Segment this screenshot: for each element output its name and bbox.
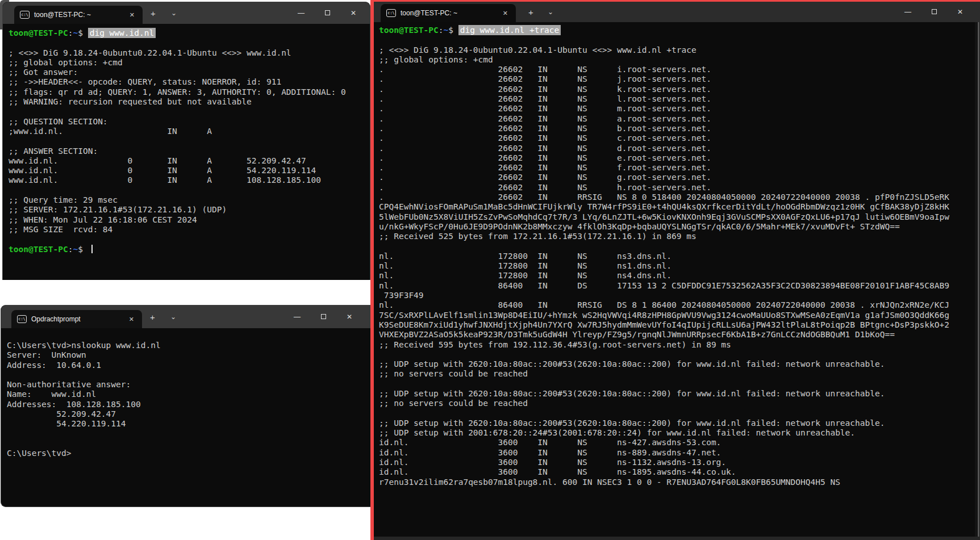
prompt-cwd: ~ <box>73 28 78 37</box>
prompt-user-host: toon@TEST-PC <box>379 26 439 35</box>
prompt-colon: : <box>439 26 444 35</box>
minimize-button[interactable]: — <box>284 313 310 321</box>
text-cursor <box>91 245 93 253</box>
cmd-icon: c:\ <box>17 315 27 323</box>
tab-dropdown-icon[interactable]: ⌄ <box>170 313 176 321</box>
tab-wsl-trace[interactable]: c:\ toon@TEST-PC: ~ ✕ <box>381 4 516 22</box>
minimize-button[interactable]: — <box>288 9 314 17</box>
prompt-user-host: toon@TEST-PC <box>9 245 68 254</box>
close-button[interactable]: ✕ <box>336 313 362 321</box>
scrollbar-thumb[interactable] <box>978 22 979 537</box>
tab-close-icon[interactable]: ✕ <box>501 10 510 17</box>
prompt-cwd: ~ <box>73 245 78 254</box>
maximize-icon <box>321 314 326 319</box>
nslookup-output-text: C:\Users\tvd>nslookup www.id.nl Server: … <box>7 341 161 458</box>
prompt-colon: : <box>68 28 73 37</box>
titlebar[interactable]: c:\ toon@TEST-PC: ~ ✕ + ⌄ — ✕ <box>374 2 980 22</box>
tab-wsl-dig[interactable]: c:\ toon@TEST-PC: ~ ✕ <box>14 6 143 24</box>
tab-close-icon[interactable]: ✕ <box>127 316 136 323</box>
tab-close-icon[interactable]: ✕ <box>127 11 137 19</box>
titlebar[interactable]: c:\ toon@TEST-PC: ~ ✕ + ⌄ — ✕ <box>3 2 370 24</box>
tab-title: Opdrachtprompt <box>31 315 122 323</box>
minimize-button[interactable]: — <box>895 8 921 16</box>
maximize-icon <box>932 9 937 14</box>
terminal-window-nslookup: c:\ Opdrachtprompt ✕ + ⌄ — ✕ C:\Users\tv… <box>1 305 370 507</box>
maximize-button[interactable] <box>921 8 947 16</box>
terminal-window-dig: c:\ toon@TEST-PC: ~ ✕ + ⌄ — ✕ toon@TEST-… <box>2 2 370 280</box>
window-bottom-edge <box>374 537 980 540</box>
dig-output-text: ; <<>> DiG 9.18.24-0ubuntu0.22.04.1-Ubun… <box>9 48 346 234</box>
terminal-output-nslookup[interactable]: C:\Users\tvd>nslookup www.id.nl Server: … <box>7 341 161 459</box>
tab-dropdown-icon[interactable]: ⌄ <box>171 9 177 17</box>
new-tab-button[interactable]: + <box>150 312 155 322</box>
prompt-dollar: $ <box>448 26 458 35</box>
scrollbar[interactable] <box>975 22 980 537</box>
desktop: c:\ toon@TEST-PC: ~ ✕ + ⌄ — ✕ toon@TEST-… <box>0 0 980 540</box>
selected-command: dig www.id.nl +trace <box>458 25 561 35</box>
terminal-output-dig-trace[interactable]: toon@TEST-PC:~$ dig www.id.nl +trace ; <… <box>379 26 949 487</box>
prompt-cwd: ~ <box>444 26 449 35</box>
terminal-output-dig[interactable]: toon@TEST-PC:~$ dig www.id.nl ; <<>> DiG… <box>9 28 346 254</box>
tab-title: toon@TEST-PC: ~ <box>34 11 123 19</box>
maximize-icon <box>325 10 330 15</box>
prompt-colon: : <box>68 245 73 254</box>
prompt-dollar: $ <box>78 28 87 37</box>
prompt-user-host: toon@TEST-PC <box>9 28 68 37</box>
new-tab-button[interactable]: + <box>528 7 533 17</box>
selected-command: dig www.id.nl <box>88 28 156 38</box>
cmd-icon: c:\ <box>20 11 30 19</box>
new-tab-button[interactable]: + <box>151 9 156 18</box>
terminal-window-dig-trace: c:\ toon@TEST-PC: ~ ✕ + ⌄ — ✕ toon@TEST-… <box>370 0 980 540</box>
tab-dropdown-icon[interactable]: ⌄ <box>548 8 553 16</box>
dig-trace-output-text: ; <<>> DiG 9.18.24-0ubuntu0.22.04.1-Ubun… <box>379 45 949 487</box>
close-button[interactable]: ✕ <box>947 8 973 16</box>
tab-opdrachtprompt[interactable]: c:\ Opdrachtprompt ✕ <box>11 310 142 328</box>
tab-title: toon@TEST-PC: ~ <box>401 9 496 17</box>
maximize-button[interactable] <box>314 9 340 17</box>
prompt-dollar: $ <box>78 245 87 254</box>
maximize-button[interactable] <box>310 313 336 321</box>
titlebar[interactable]: c:\ Opdrachtprompt ✕ + ⌄ — ✕ <box>1 305 370 328</box>
close-button[interactable]: ✕ <box>340 9 366 17</box>
cmd-icon: c:\ <box>386 9 396 17</box>
